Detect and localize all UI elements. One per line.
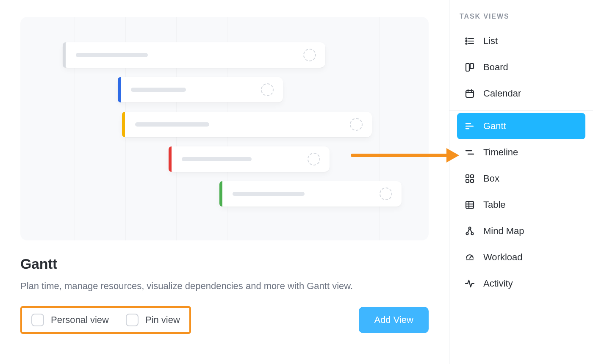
assignee-placeholder-icon	[303, 49, 316, 61]
assignee-placeholder-icon	[380, 188, 392, 200]
workload-icon	[465, 252, 475, 262]
svg-rect-8	[466, 63, 469, 71]
gantt-bar	[219, 181, 402, 207]
sidebar-item-label: Timeline	[483, 147, 518, 158]
pin-view-label: Pin view	[145, 314, 180, 325]
sidebar-item-board[interactable]: Board	[457, 54, 585, 80]
sidebar-item-label: Activity	[483, 278, 513, 289]
svg-marker-1	[446, 148, 459, 163]
assignee-placeholder-icon	[308, 153, 320, 165]
gantt-icon	[465, 121, 475, 131]
svg-point-6	[466, 43, 467, 44]
options-highlight: Personal view Pin view	[20, 306, 191, 334]
checkbox-icon	[31, 314, 44, 326]
add-view-button[interactable]: Add View	[359, 307, 429, 333]
board-icon	[465, 62, 475, 72]
svg-point-2	[466, 38, 467, 39]
sidebar-item-label: Workload	[483, 252, 523, 263]
sidebar-item-label: Mind Map	[483, 226, 524, 237]
gantt-preview-card	[20, 17, 429, 240]
sidebar-item-activity[interactable]: Activity	[457, 270, 585, 297]
gantt-bars	[63, 42, 403, 207]
sidebar-section-title: TASK VIEWS	[457, 10, 585, 28]
sidebar-item-mindmap[interactable]: Mind Map	[457, 218, 585, 244]
personal-view-label: Personal view	[51, 314, 109, 325]
calendar-icon	[465, 88, 475, 99]
sidebar-item-box[interactable]: Box	[457, 165, 585, 192]
svg-rect-21	[466, 179, 469, 182]
svg-rect-22	[471, 179, 474, 182]
sidebar-item-label: Calendar	[483, 88, 521, 99]
mindmap-icon	[465, 226, 475, 236]
gantt-bar	[169, 146, 330, 172]
sidebar-item-calendar[interactable]: Calendar	[457, 80, 585, 107]
activity-icon	[465, 279, 475, 289]
list-icon	[465, 36, 475, 46]
sidebar-item-timeline[interactable]: Timeline	[457, 139, 585, 165]
sidebar-item-label: Board	[483, 62, 508, 73]
svg-rect-20	[471, 175, 474, 178]
timeline-icon	[465, 147, 475, 157]
sidebar-item-label: Box	[483, 173, 499, 184]
svg-rect-9	[470, 63, 474, 69]
table-icon	[465, 200, 475, 210]
view-title: Gantt	[20, 256, 429, 272]
svg-line-30	[470, 256, 471, 258]
sidebar-item-label: Table	[483, 199, 506, 210]
gantt-bar	[63, 42, 325, 68]
sidebar-item-table[interactable]: Table	[457, 192, 585, 218]
svg-point-4	[466, 41, 467, 42]
sidebar-item-list[interactable]: List	[457, 28, 585, 54]
sidebar-item-label: List	[483, 36, 498, 47]
svg-rect-10	[466, 91, 474, 97]
task-views-sidebar: TASK VIEWS List Board	[449, 0, 593, 364]
assignee-placeholder-icon	[350, 118, 363, 131]
personal-view-checkbox[interactable]: Personal view	[31, 314, 109, 326]
gantt-bar	[118, 77, 283, 102]
sidebar-item-gantt[interactable]: Gantt	[457, 113, 585, 139]
sidebar-item-label: Gantt	[483, 121, 506, 132]
checkbox-icon	[126, 314, 139, 326]
sidebar-item-workload[interactable]: Workload	[457, 244, 585, 270]
pin-view-checkbox[interactable]: Pin view	[126, 314, 180, 326]
gantt-bar	[122, 112, 372, 137]
pointer-arrow-icon	[350, 145, 460, 168]
view-description: Plan time, manage resources, visualize d…	[20, 279, 385, 293]
svg-rect-19	[466, 175, 469, 178]
assignee-placeholder-icon	[261, 83, 274, 96]
box-icon	[465, 174, 475, 184]
svg-rect-23	[466, 201, 474, 208]
